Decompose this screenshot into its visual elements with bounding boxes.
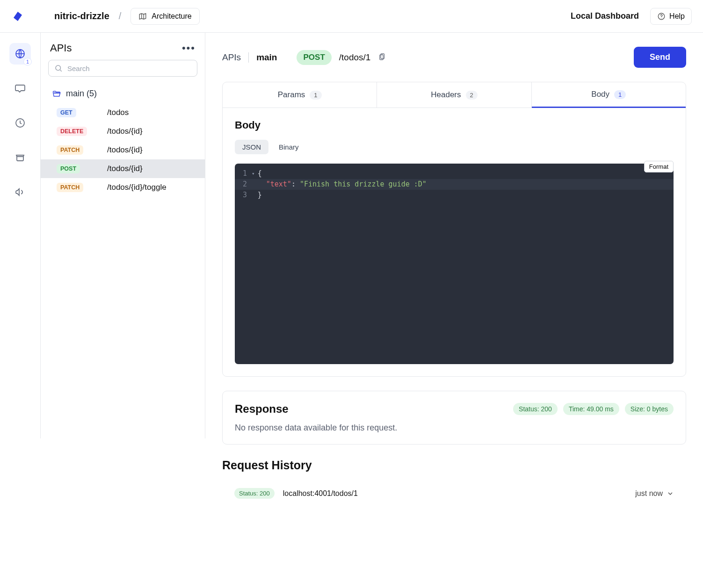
method-badge: DELETE [57,127,87,136]
json-editor[interactable]: 1 ▾ { 2 ▾ "text": "Finish this drizzle g… [235,164,674,364]
crumb-service: main [256,52,277,63]
search-input-wrap[interactable] [48,60,197,77]
megaphone-icon [14,186,26,198]
request-card: Params 1 Headers 2 Body 1 Body JSON Bina… [222,82,686,377]
line-number: 1 [235,168,252,179]
nav-rail: 1 [0,33,40,588]
response-size-chip: Size: 0 bytes [625,403,674,415]
tab-label: Params [278,90,305,100]
endpoint-path: /todos/{id} [107,127,143,136]
topbar: nitric-drizzle / Architecture Local Dash… [0,0,703,33]
svg-point-1 [661,18,661,18]
folder-main[interactable]: main (5) [46,84,199,103]
help-button[interactable]: Help [650,8,692,25]
endpoint-delete-todo[interactable]: DELETE /todos/{id} [46,122,199,141]
response-card: Response Status: 200 Time: 49.00 ms Size… [222,391,686,445]
method-badge: PATCH [57,183,83,192]
response-time-chip: Time: 49.00 ms [563,403,619,415]
history-time: just now [635,489,674,498]
folder-open-icon [52,89,61,99]
help-label: Help [669,12,685,21]
request-tabs: Params 1 Headers 2 Body 1 [223,82,686,108]
history-title: Request History [222,459,686,472]
line-number: 2 [235,179,252,190]
body-title: Body [235,119,674,131]
format-button[interactable]: Format [644,161,674,172]
apis-sidebar: APIs ••• main (5) GET /todos DELETE /tod… [40,33,205,438]
code-text: } [258,190,262,201]
rail-apis-badge: 1 [23,58,32,65]
endpoint-path: /todos [107,108,129,117]
rail-schedules[interactable] [9,112,31,134]
breadcrumb-slash: / [119,11,122,22]
code-text: "text": "Finish this drizzle guide :D" [258,179,427,190]
response-status-chip: Status: 200 [513,403,558,415]
subtab-binary[interactable]: Binary [271,140,306,154]
local-dashboard-title: Local Dashboard [571,11,639,21]
response-title: Response [235,402,289,416]
request-path: /todos/1 [339,52,371,63]
endpoint-post-todo[interactable]: POST /todos/{id} [41,159,205,178]
clipboard-icon [378,52,386,61]
copy-path-button[interactable] [378,52,386,63]
endpoint-path: /todos/{id} [107,164,143,173]
endpoint-patch-toggle[interactable]: PATCH /todos/{id}/toggle [46,178,199,197]
globe-icon [14,48,26,59]
sidebar-menu-button[interactable]: ••• [182,42,196,54]
fold-icon[interactable]: ▾ [252,168,258,179]
project-name: nitric-drizzle [54,11,109,22]
body-subtabs: JSON Binary [235,140,674,154]
tab-label: Headers [431,90,461,100]
sidebar-title: APIs [50,42,72,54]
rail-apis[interactable]: 1 [9,43,31,65]
tab-headers[interactable]: Headers 2 [377,82,531,108]
method-badge: PATCH [57,145,83,155]
architecture-button[interactable]: Architecture [130,8,199,25]
search-input[interactable] [67,65,191,72]
app-logo [10,9,25,24]
send-button[interactable]: Send [634,47,686,68]
history-status: Status: 200 [234,488,275,499]
tab-count: 1 [310,91,321,100]
endpoint-patch-todo[interactable]: PATCH /todos/{id} [46,141,199,159]
crumb-divider [248,52,249,63]
chevron-down-icon [667,490,674,497]
editor-wrap: Format 1 ▾ { 2 ▾ "text": "Finish this dr… [235,164,674,364]
crumb-apis: APIs [222,52,241,63]
history-path: localhost:4001/todos/1 [283,489,358,498]
rail-storage[interactable] [9,147,31,168]
architecture-label: Architecture [152,12,191,21]
tab-count: 2 [466,91,478,100]
response-message: No response data available for this requ… [235,423,674,433]
endpoint-get-todos[interactable]: GET /todos [46,103,199,122]
svg-rect-5 [381,54,384,59]
tab-label: Body [591,90,609,99]
code-text: { [258,168,262,179]
method-badge: POST [57,164,80,173]
search-icon [54,64,63,72]
tab-body[interactable]: Body 1 [532,82,686,108]
endpoint-path: /todos/{id} [107,145,143,155]
rail-messages[interactable] [9,78,31,99]
main: APIs main POST /todos/1 Send Params 1 [205,33,703,588]
tab-params[interactable]: Params 1 [223,82,377,108]
folder-label: main (5) [66,89,97,99]
chat-icon [14,83,26,94]
history-item[interactable]: Status: 200 localhost:4001/todos/1 just … [222,482,686,504]
endpoint-path: /todos/{id}/toggle [107,183,167,192]
svg-rect-6 [380,55,384,60]
svg-point-4 [56,65,61,71]
subtab-json[interactable]: JSON [235,140,268,154]
box-icon [14,152,26,163]
clock-icon [14,117,26,129]
method-badge: GET [57,108,76,117]
line-number: 3 [235,190,252,201]
rail-events[interactable] [9,181,31,203]
help-icon [657,12,666,21]
map-icon [138,12,147,21]
tab-count: 1 [614,90,626,99]
request-line: APIs main POST /todos/1 Send [222,47,686,68]
request-method: POST [297,50,331,65]
